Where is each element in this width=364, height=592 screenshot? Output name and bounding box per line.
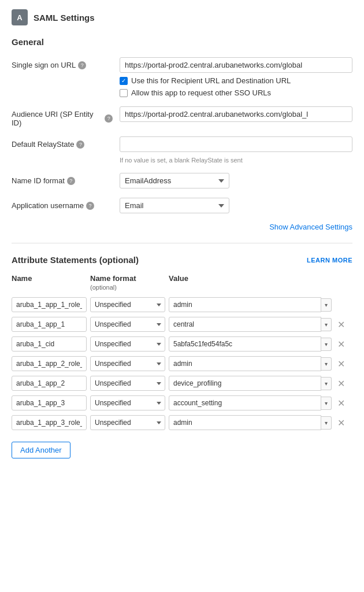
app-username-controls: Email Username Custom <box>120 198 352 213</box>
audience-uri-label: Audience URI (SP Entity ID) ? <box>12 106 113 127</box>
page-title: SAML Settings <box>34 13 95 23</box>
learn-more-link[interactable]: LEARN MORE <box>307 257 352 264</box>
relay-state-label: Default RelayState ? <box>12 136 113 149</box>
attr-value-input[interactable] <box>169 336 321 352</box>
relay-state-input[interactable] <box>120 136 352 152</box>
col-value-header: Value <box>169 274 332 291</box>
attr-value-group: ▾ <box>169 395 332 410</box>
attr-header: Attribute Statements (optional) LEARN MO… <box>12 255 352 265</box>
remove-row-button[interactable]: ✕ <box>335 397 347 409</box>
page-header: A SAML Settings <box>12 9 352 25</box>
remove-row-button[interactable]: ✕ <box>335 378 347 389</box>
name-id-format-controls: EmailAddress Persistent Transient Unspec… <box>120 173 352 188</box>
attr-row: Unspecified Basic URI Reference ▾ ✕ <box>12 356 352 371</box>
attr-value-input[interactable] <box>169 317 321 332</box>
attr-value-group: ▾ <box>169 317 332 332</box>
attr-row: Unspecified Basic URI Reference ▾ ✕ <box>12 415 352 430</box>
attr-value-input[interactable] <box>169 395 321 410</box>
attr-row: Unspecified Basic URI Reference ▾ ✕ <box>12 395 352 410</box>
attr-row: Unspecified Basic URI Reference ▾ <box>12 297 352 312</box>
other-sso-checkbox[interactable] <box>120 89 128 97</box>
attr-value-dropdown-icon[interactable]: ▾ <box>321 416 332 430</box>
add-another-button[interactable]: Add Another <box>12 442 70 458</box>
attr-row: Unspecified Basic URI Reference ▾ ✕ <box>12 317 352 332</box>
attr-value-input[interactable] <box>169 297 321 312</box>
audience-uri-row: Audience URI (SP Entity ID) ? <box>12 106 352 127</box>
sso-url-controls: ✓ Use this for Recipient URL and Destina… <box>120 57 352 97</box>
relay-state-row: Default RelayState ? If no value is set,… <box>12 136 352 164</box>
attr-format-select[interactable]: Unspecified Basic URI Reference <box>90 356 165 371</box>
attr-rows-container: Unspecified Basic URI Reference ▾ Unspec… <box>12 297 352 430</box>
attr-name-input[interactable] <box>12 297 87 312</box>
name-id-format-row: Name ID format ? EmailAddress Persistent… <box>12 173 352 188</box>
attr-format-select[interactable]: Unspecified Basic URI Reference <box>90 376 165 391</box>
attr-value-group: ▾ <box>169 297 332 312</box>
show-advanced-settings[interactable]: Show Advanced Settings <box>12 223 352 231</box>
attr-format-select[interactable]: Unspecified Basic URI Reference <box>90 395 165 410</box>
attr-name-input[interactable] <box>12 317 87 332</box>
col-format-sub: (optional) <box>90 284 117 291</box>
attr-value-input[interactable] <box>169 356 321 371</box>
attr-value-dropdown-icon[interactable]: ▾ <box>321 318 332 331</box>
page-container: A SAML Settings General Single sign on U… <box>0 0 364 468</box>
relay-state-hint: If no value is set, a blank RelayState i… <box>120 157 352 164</box>
remove-row-button[interactable]: ✕ <box>335 338 347 350</box>
relay-state-help-icon[interactable]: ? <box>76 140 84 149</box>
remove-row-button[interactable]: ✕ <box>335 319 347 330</box>
general-section-title: General <box>12 37 352 47</box>
col-name-header: Name <box>12 274 87 291</box>
app-username-row: Application username ? Email Username Cu… <box>12 198 352 213</box>
attr-value-dropdown-icon[interactable]: ▾ <box>321 377 332 390</box>
sso-url-label: Single sign on URL ? <box>12 57 113 69</box>
app-username-help-icon[interactable]: ? <box>86 202 94 210</box>
attr-value-group: ▾ <box>169 415 332 430</box>
attr-section-title: Attribute Statements (optional) <box>12 255 139 265</box>
attr-name-input[interactable] <box>12 336 87 352</box>
name-id-format-label: Name ID format ? <box>12 173 113 185</box>
attr-value-group: ▾ <box>169 356 332 371</box>
audience-uri-help-icon[interactable]: ? <box>105 114 113 123</box>
recipient-url-checkbox[interactable]: ✓ <box>120 77 128 85</box>
attr-value-input[interactable] <box>169 415 321 430</box>
attr-value-group: ▾ <box>169 376 332 391</box>
attr-value-dropdown-icon[interactable]: ▾ <box>321 357 332 371</box>
attr-name-input[interactable] <box>12 395 87 410</box>
attr-value-dropdown-icon[interactable]: ▾ <box>321 338 332 351</box>
recipient-url-label: Use this for Recipient URL and Destinati… <box>131 76 291 85</box>
attr-value-dropdown-icon[interactable]: ▾ <box>321 298 332 312</box>
attr-value-dropdown-icon[interactable]: ▾ <box>321 397 332 410</box>
attr-format-select[interactable]: Unspecified Basic URI Reference <box>90 415 165 430</box>
attr-format-select[interactable]: Unspecified Basic URI Reference <box>90 336 165 352</box>
audience-uri-controls <box>120 106 352 122</box>
recipient-url-checkbox-row[interactable]: ✓ Use this for Recipient URL and Destina… <box>120 76 352 85</box>
general-section: General Single sign on URL ? ✓ Use this … <box>12 37 352 231</box>
app-username-label: Application username ? <box>12 198 113 210</box>
attr-row: Unspecified Basic URI Reference ▾ ✕ <box>12 336 352 352</box>
remove-row-button[interactable]: ✕ <box>335 417 347 428</box>
sso-url-help-icon[interactable]: ? <box>78 61 86 69</box>
app-username-select[interactable]: Email Username Custom <box>120 198 229 213</box>
relay-state-controls: If no value is set, a blank RelayState i… <box>120 136 352 164</box>
name-id-format-select[interactable]: EmailAddress Persistent Transient Unspec… <box>120 173 229 188</box>
attr-name-input[interactable] <box>12 415 87 430</box>
app-icon: A <box>12 9 28 25</box>
remove-row-button[interactable]: ✕ <box>335 358 347 369</box>
other-sso-label: Allow this app to request other SSO URLs <box>131 88 271 97</box>
attr-format-select[interactable]: Unspecified Basic URI Reference <box>90 317 165 332</box>
attr-name-input[interactable] <box>12 376 87 391</box>
sso-url-input[interactable] <box>120 57 352 73</box>
attr-row: Unspecified Basic URI Reference ▾ ✕ <box>12 376 352 391</box>
attr-value-input[interactable] <box>169 376 321 391</box>
attr-format-select[interactable]: Unspecified Basic URI Reference <box>90 297 165 312</box>
attr-table-header: Name Name format (optional) Value <box>12 274 352 294</box>
sso-url-row: Single sign on URL ? ✓ Use this for Reci… <box>12 57 352 97</box>
attr-value-group: ▾ <box>169 336 332 352</box>
section-divider <box>12 243 352 243</box>
other-sso-checkbox-row[interactable]: Allow this app to request other SSO URLs <box>120 88 352 97</box>
col-format-header: Name format (optional) <box>90 274 165 291</box>
name-id-format-help-icon[interactable]: ? <box>67 177 75 185</box>
attribute-statements-section: Attribute Statements (optional) LEARN MO… <box>12 255 352 458</box>
attr-name-input[interactable] <box>12 356 87 371</box>
audience-uri-input[interactable] <box>120 106 352 122</box>
